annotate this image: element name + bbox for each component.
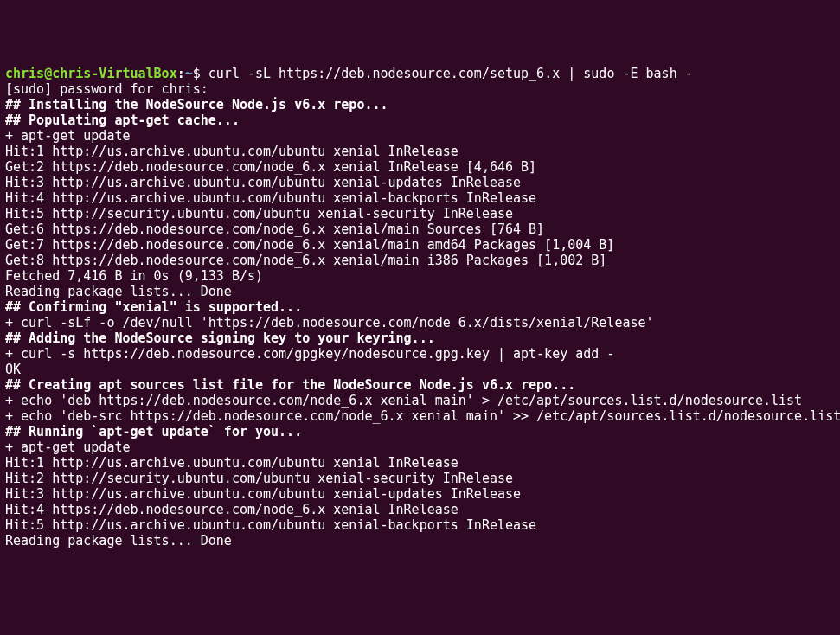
output-line: Hit:2 http://security.ubuntu.com/ubuntu …: [5, 471, 835, 486]
output-line: Get:2 https://deb.nodesource.com/node_6.…: [5, 159, 835, 175]
heading-sources-list: ## Creating apt sources list file for th…: [5, 377, 835, 393]
heading-confirm: ## Confirming "xenial" is supported...: [5, 299, 835, 315]
prompt-separator: :: [177, 66, 185, 81]
output-line: Hit:1 http://us.archive.ubuntu.com/ubunt…: [5, 455, 835, 471]
output-line: + apt-get update: [5, 439, 835, 455]
output-line: + curl -sLf -o /dev/null 'https://deb.no…: [5, 315, 835, 330]
output-line: Hit:3 http://us.archive.ubuntu.com/ubunt…: [5, 175, 835, 190]
output-line: + echo 'deb-src https://deb.nodesource.c…: [5, 408, 835, 424]
prompt-path: ~: [185, 66, 193, 81]
output-line: Reading package lists... Done: [5, 533, 835, 548]
output-line: Hit:1 http://us.archive.ubuntu.com/ubunt…: [5, 144, 835, 159]
output-line: Fetched 7,416 B in 0s (9,133 B/s): [5, 268, 835, 284]
output-line: Get:6 https://deb.nodesource.com/node_6.…: [5, 221, 835, 237]
output-line: + echo 'deb https://deb.nodesource.com/n…: [5, 393, 835, 408]
output-line: + apt-get update: [5, 128, 835, 144]
heading-apt-update: ## Running `apt-get update` for you...: [5, 424, 835, 439]
heading-install: ## Installing the NodeSource Node.js v6.…: [5, 97, 835, 112]
output-line: Hit:4 https://deb.nodesource.com/node_6.…: [5, 502, 835, 517]
output-line: Get:7 https://deb.nodesource.com/node_6.…: [5, 237, 835, 253]
output-line: OK: [5, 362, 835, 377]
output-line: Hit:5 http://us.archive.ubuntu.com/ubunt…: [5, 517, 835, 533]
output-line: Reading package lists... Done: [5, 284, 835, 299]
prompt-line[interactable]: chris@chris-VirtualBox:~$ curl -sL https…: [5, 66, 835, 81]
output-line: Get:8 https://deb.nodesource.com/node_6.…: [5, 253, 835, 268]
terminal-output: chris@chris-VirtualBox:~$ curl -sL https…: [5, 66, 835, 548]
output-line: Hit:3 http://us.archive.ubuntu.com/ubunt…: [5, 486, 835, 502]
heading-signing-key: ## Adding the NodeSource signing key to …: [5, 330, 835, 346]
prompt-symbol: $: [193, 66, 201, 81]
sudo-password-prompt: [sudo] password for chris:: [5, 81, 835, 97]
prompt-user-host: chris@chris-VirtualBox: [5, 66, 177, 81]
command-text: curl -sL https://deb.nodesource.com/setu…: [208, 66, 693, 81]
heading-populate: ## Populating apt-get cache...: [5, 112, 835, 128]
output-line: + curl -s https://deb.nodesource.com/gpg…: [5, 346, 835, 362]
output-line: Hit:5 http://security.ubuntu.com/ubuntu …: [5, 206, 835, 221]
output-line: Hit:4 http://us.archive.ubuntu.com/ubunt…: [5, 190, 835, 206]
